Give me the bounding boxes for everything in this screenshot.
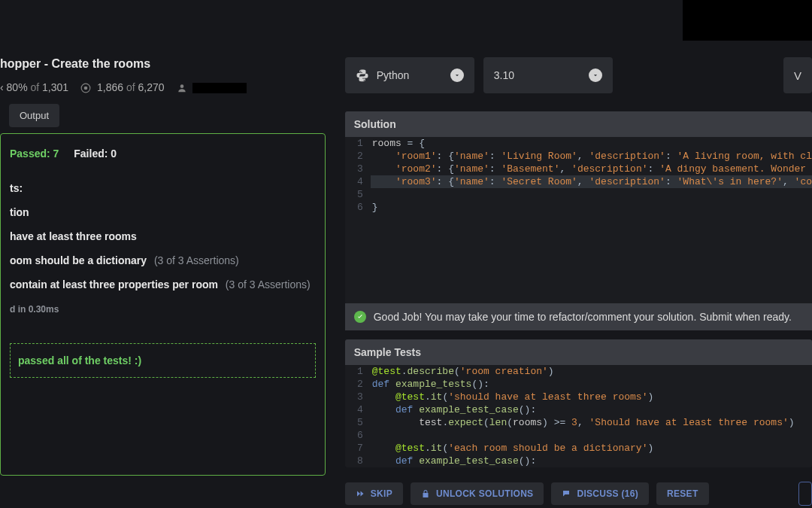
failed-count: Failed: 0	[74, 148, 117, 160]
output-tab[interactable]: Output	[9, 104, 59, 127]
python-icon	[356, 68, 369, 82]
line-number: 4	[345, 403, 371, 416]
language-label: Python	[377, 69, 410, 81]
test-line-4: def example_test_case():	[371, 403, 536, 416]
stat-of2: of	[126, 81, 135, 93]
code-line-2: 'room1': {'name': 'Living Room', 'descri…	[371, 150, 812, 163]
submit-button-edge[interactable]	[798, 482, 812, 506]
test-line-7: @test.it('each room should be a dictiona…	[371, 442, 654, 455]
action-bar: SKIP UNLOCK SOLUTIONS DISCUSS (16) RESET	[345, 482, 812, 505]
timing-text: d in 0.30ms	[10, 304, 316, 315]
test-item-3-text: contain at least three properties per ro…	[10, 278, 218, 291]
test-line-6	[371, 429, 372, 442]
line-number: 7	[345, 442, 371, 455]
line-number: 3	[345, 163, 371, 175]
good-job-banner: Good Job! You may take your time to refa…	[345, 303, 812, 330]
sample-tests-editor[interactable]: 1@test.describe('room creation') 2def ex…	[345, 365, 812, 467]
solution-header: Solution	[345, 111, 812, 137]
line-number: 4	[345, 175, 371, 188]
code-line-5	[371, 188, 372, 201]
check-circle-icon	[354, 311, 366, 323]
test-item-2: oom should be a dictionary (3 of 3 Asser…	[10, 254, 316, 266]
solution-editor[interactable]: 1rooms = { 2 'room1': {'name': 'Living R…	[345, 137, 812, 304]
code-line-6: }	[371, 201, 378, 214]
skip-icon	[356, 489, 365, 498]
language-dropdown[interactable]: Python	[345, 57, 474, 93]
discuss-label: DISCUSS (16)	[577, 488, 638, 499]
line-number: 5	[345, 416, 371, 429]
unlock-label: UNLOCK SOLUTIONS	[436, 488, 533, 499]
lock-icon	[421, 489, 430, 498]
passed-count: Passed: 7	[10, 148, 59, 160]
stat-percent-group: ‹ 80% of 1,301	[0, 81, 68, 93]
skip-label: SKIP	[371, 488, 392, 499]
test-line-5: test.expect(len(rooms) >= 3, 'Should hav…	[371, 416, 795, 429]
assertion-count-2: (3 of 3 Assertions)	[154, 254, 239, 266]
results-panel: Passed: 7 Failed: 0 ts: tion have at lea…	[0, 133, 326, 476]
kata-title: hopper - Create the rooms	[0, 26, 326, 71]
tests-label: ts:	[10, 182, 316, 194]
good-job-text: Good Job! You may take your time to refa…	[374, 311, 792, 323]
version-label: 3.10	[494, 69, 514, 81]
stat-count2: 1,866	[97, 81, 123, 93]
line-number: 8	[345, 455, 371, 467]
discuss-icon	[562, 489, 571, 498]
line-number: 1	[345, 365, 371, 378]
svg-point-2	[180, 85, 183, 89]
test-item-1-text: have at least three rooms	[10, 230, 137, 242]
discuss-button[interactable]: DISCUSS (16)	[551, 482, 649, 505]
stat-total2: 6,270	[138, 81, 165, 93]
code-line-3: 'room2': {'name': 'Basement', 'descripti…	[371, 163, 806, 175]
version-dropdown[interactable]: 3.10	[483, 57, 613, 93]
results-summary: Passed: 7 Failed: 0	[10, 148, 316, 160]
chevron-down-icon	[589, 68, 602, 82]
skip-button[interactable]: SKIP	[345, 482, 403, 505]
vim-mode-button[interactable]: V	[783, 57, 812, 93]
code-line-4: 'room3': {'name': 'Secret Room', 'descri…	[371, 175, 812, 188]
reset-label: RESET	[667, 488, 698, 499]
test-item-2-text: oom should be a dictionary	[10, 254, 147, 266]
chevron-left-icon: ‹	[0, 81, 7, 93]
test-item-1: have at least three rooms	[10, 230, 316, 242]
line-number: 6	[345, 201, 371, 214]
line-number: 6	[345, 429, 371, 442]
sample-tests-header: Sample Tests	[345, 339, 812, 365]
test-line-1: @test.describe('room creation')	[371, 365, 554, 378]
stat-total1: 1,301	[42, 81, 68, 93]
assertion-count-3: (3 of 3 Assertions)	[226, 278, 311, 291]
svg-point-1	[84, 87, 88, 90]
kata-stats-row: ‹ 80% of 1,301 1,866 of 6,270	[0, 71, 326, 93]
stat-saves-group: 1,866 of 6,270	[80, 81, 164, 93]
stat-percent: 80%	[7, 81, 28, 93]
test-line-2: def example_tests():	[371, 378, 489, 391]
reset-button[interactable]: RESET	[656, 482, 709, 505]
line-number: 1	[345, 137, 371, 150]
stat-of: of	[30, 81, 39, 93]
chevron-down-icon	[450, 68, 464, 82]
code-line-1: rooms = {	[371, 137, 425, 150]
line-number: 2	[345, 150, 371, 163]
user-icon	[177, 83, 187, 93]
test-section-label: tion	[10, 206, 316, 218]
stat-user-group	[177, 81, 247, 93]
line-number: 3	[345, 391, 371, 403]
test-line-3: @test.it('should have at least three roo…	[371, 391, 654, 403]
test-line-8: def example_test_case():	[371, 455, 536, 467]
line-number: 2	[345, 378, 371, 391]
line-number: 5	[345, 188, 371, 201]
target-icon	[80, 83, 91, 93]
all-passed-banner: passed all of the tests! :)	[10, 343, 316, 378]
username-redacted	[192, 83, 247, 93]
test-item-3: contain at least three properties per ro…	[10, 278, 316, 291]
unlock-button[interactable]: UNLOCK SOLUTIONS	[411, 482, 544, 505]
